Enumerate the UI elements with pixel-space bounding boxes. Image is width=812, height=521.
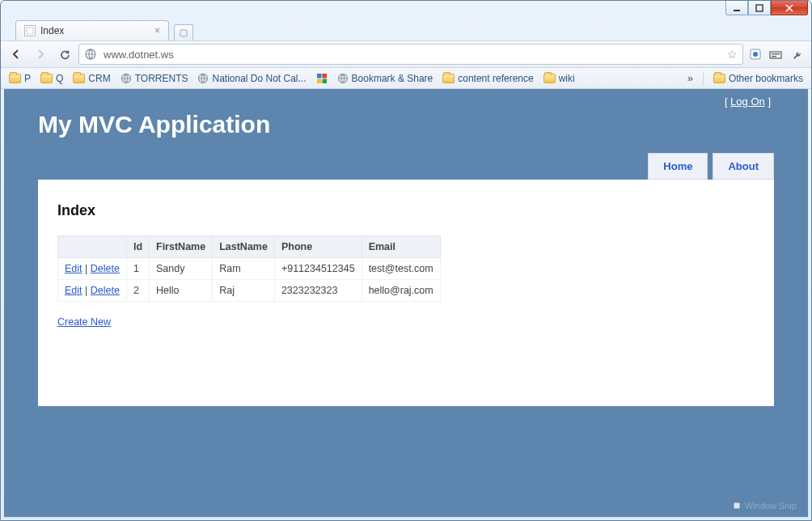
bookmark-item[interactable]: National Do Not Cal... [194,71,309,86]
svg-rect-8 [772,53,780,54]
cell-id: 2 [126,280,149,302]
svg-rect-14 [317,78,322,83]
window-maximize-button[interactable] [748,1,771,15]
svg-rect-0 [734,10,740,11]
svg-rect-13 [322,74,327,78]
table-row: Edit | Delete 2 Hello Raj 2323232323 hel… [58,280,441,302]
logon-link[interactable]: Log On [730,95,765,108]
edit-link[interactable]: Edit [65,263,82,274]
delete-link[interactable]: Delete [91,263,120,274]
edit-link[interactable]: Edit [65,285,82,296]
cell-first: Hello [150,280,213,302]
svg-rect-9 [772,56,776,57]
bookmark-item[interactable]: wiki [540,71,578,86]
other-bookmarks[interactable]: Other bookmarks [710,71,806,86]
logon-bar: [ Log On ] [38,89,774,108]
col-email: Email [362,236,440,258]
col-phone: Phone [274,236,362,258]
svg-rect-2 [27,28,33,34]
table-row: Edit | Delete 1 Sandy Ram +911234512345 … [58,258,441,280]
google-icon [316,73,328,84]
bookmark-item[interactable] [313,71,331,86]
table-header-row: Id FirstName LastName Phone Email [58,236,441,258]
bookmark-item[interactable]: Bookmark & Share [334,71,437,86]
content-panel: Index Id FirstName LastName Phone Email [38,180,774,406]
globe-icon [84,48,97,61]
bookmarks-overflow-icon[interactable]: » [684,72,696,84]
browser-tabstrip: Index × [1,19,811,40]
bookmark-item[interactable]: CRM [70,71,113,86]
logon-suffix: ] [765,95,771,108]
cell-email: test@test.com [362,258,440,280]
forward-button[interactable] [30,44,51,65]
cell-id: 1 [126,258,149,280]
watermark-text: Window Snip [745,501,797,510]
cell-first: Sandy [150,258,213,280]
svg-rect-1 [756,5,763,11]
bookmark-label: Q [56,73,63,84]
bookmark-label: wiki [559,73,575,84]
globe-icon [121,73,132,84]
page-viewport: [ Log On ] My MVC Application Home About… [4,89,808,517]
bookmark-label: CRM [88,73,110,84]
nav-home[interactable]: Home [648,153,708,180]
svg-rect-15 [322,78,327,83]
browser-tab-title: Index [40,25,64,36]
tab-close-icon[interactable]: × [153,25,162,36]
address-input[interactable] [102,48,722,61]
nav-tabs: Home About [38,153,774,180]
cell-email: hello@raj.com [362,280,440,302]
bookmarks-bar: P Q CRM TORRENTS National Do Not Cal... … [1,68,811,89]
bookmark-item[interactable]: Q [37,71,66,86]
watermark: Window Snip [734,501,797,510]
bookmark-item[interactable]: P [6,71,34,86]
bookmark-label: P [24,73,31,84]
wrench-menu-icon[interactable] [789,45,806,63]
folder-icon [713,74,725,83]
col-lastname: LastName [213,236,275,258]
new-tab-button[interactable] [174,24,193,40]
col-firstname: FirstName [150,236,213,258]
folder-icon [442,74,455,83]
nav-about[interactable]: About [713,153,774,180]
window-titlebar [1,1,811,19]
cell-last: Ram [213,258,275,280]
browser-toolbar: ☆ [1,40,811,68]
col-actions [58,236,127,258]
svg-rect-3 [180,30,187,36]
back-button[interactable] [6,44,27,65]
address-bar[interactable]: ☆ [78,44,743,65]
bookmark-label: content reference [458,73,533,84]
svg-point-6 [753,52,758,57]
app-title: My MVC Application [38,111,774,138]
delete-link[interactable]: Delete [91,285,120,296]
folder-icon [9,74,21,83]
folder-icon [40,74,53,83]
bookmark-label: National Do Not Cal... [212,73,306,84]
svg-rect-7 [770,52,781,58]
bookmark-label: Bookmark & Share [352,73,433,84]
col-id: Id [126,236,149,258]
cell-phone: +911234512345 [274,258,362,280]
divider [703,71,704,86]
bookmark-item[interactable]: content reference [439,71,536,86]
extension-icon[interactable] [746,45,764,63]
bookmark-item[interactable]: TORRENTS [117,71,192,86]
create-new-link[interactable]: Create New [57,316,111,328]
data-grid: Id FirstName LastName Phone Email Edit | [57,235,441,302]
svg-rect-12 [317,74,322,78]
watermark-icon [734,502,740,509]
cell-phone: 2323232323 [274,280,362,302]
bookmark-star-icon[interactable]: ☆ [727,48,738,61]
browser-tab-active[interactable]: Index × [15,20,169,40]
cell-last: Raj [213,280,275,302]
reload-button[interactable] [54,44,75,65]
globe-icon [337,73,349,84]
window-close-button[interactable] [771,1,808,15]
page-favicon [24,25,36,36]
page-heading: Index [57,202,755,219]
window-minimize-button[interactable] [725,1,748,15]
page-action-icon[interactable] [768,45,785,63]
globe-icon [197,73,209,84]
bookmark-label: Other bookmarks [729,73,803,84]
